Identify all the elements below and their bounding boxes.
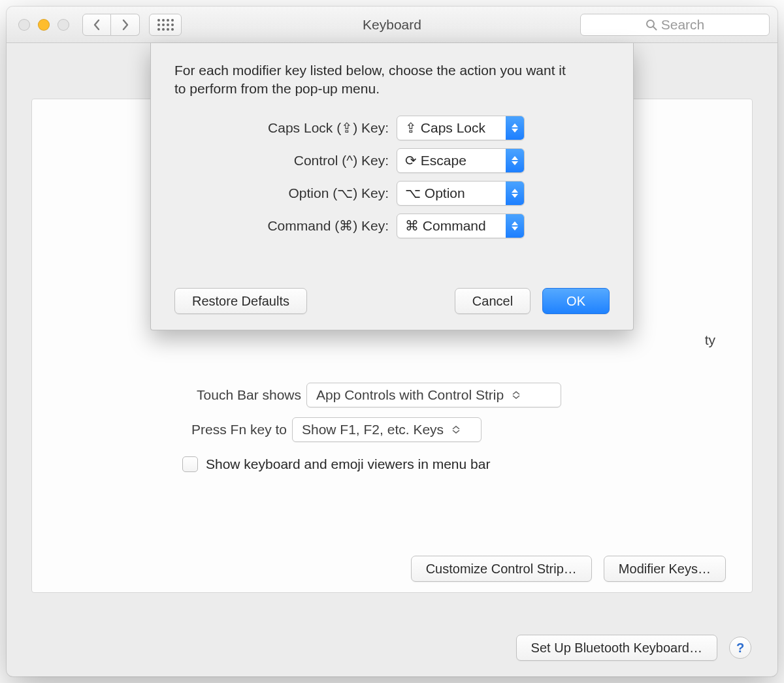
show-viewers-label: Show keyboard and emoji viewers in menu … xyxy=(206,456,490,472)
touch-bar-popup[interactable]: App Controls with Control Strip xyxy=(306,383,561,407)
fn-label: Press Fn key to xyxy=(182,422,292,437)
titlebar: Keyboard Search xyxy=(7,7,777,43)
select-knob-icon xyxy=(506,214,524,238)
restore-defaults-button[interactable]: Restore Defaults xyxy=(174,288,307,314)
forward-button[interactable] xyxy=(111,14,140,36)
show-viewers-row: Show keyboard and emoji viewers in menu … xyxy=(182,456,490,472)
select-knob-icon xyxy=(506,182,524,205)
capslock-label: Caps Lock (⇪) Key: xyxy=(174,120,397,136)
search-field[interactable]: Search xyxy=(580,14,770,36)
search-placeholder: Search xyxy=(661,17,705,33)
command-label: Command (⌘) Key: xyxy=(174,218,397,234)
minimize-window-button[interactable] xyxy=(38,19,50,31)
sheet-footer: Restore Defaults Cancel OK xyxy=(174,288,610,314)
command-value: ⌘ Command xyxy=(397,218,506,234)
help-icon: ? xyxy=(736,641,744,656)
zoom-window-button[interactable] xyxy=(57,19,69,31)
panel-bottom-buttons: Customize Control Strip… Modifier Keys… xyxy=(411,556,726,582)
show-all-button[interactable] xyxy=(149,14,182,36)
capslock-row: Caps Lock (⇪) Key: ⇪ Caps Lock xyxy=(174,116,610,140)
fn-popup[interactable]: Show F1, F2, etc. Keys xyxy=(292,417,482,442)
grid-icon xyxy=(157,19,174,31)
touch-bar-label: Touch Bar shows xyxy=(182,387,306,403)
svg-line-1 xyxy=(653,27,657,30)
cancel-button[interactable]: Cancel xyxy=(455,288,531,314)
updown-caret-icon xyxy=(510,387,522,403)
sheet-description: For each modifier key listed below, choo… xyxy=(174,61,580,99)
window-footer: Set Up Bluetooth Keyboard… ? xyxy=(7,635,777,661)
chevron-right-icon xyxy=(122,19,129,31)
select-knob-icon xyxy=(506,149,524,172)
ok-button[interactable]: OK xyxy=(542,288,610,314)
updown-caret-icon xyxy=(450,422,462,437)
option-label: Option (⌥) Key: xyxy=(174,185,397,201)
fn-value: Show F1, F2, etc. Keys xyxy=(302,422,444,437)
command-select[interactable]: ⌘ Command xyxy=(397,214,525,238)
option-row: Option (⌥) Key: ⌥ Option xyxy=(174,181,610,206)
search-icon xyxy=(645,19,657,31)
nav-group xyxy=(82,14,140,36)
back-button[interactable] xyxy=(82,14,111,36)
setup-bluetooth-keyboard-button[interactable]: Set Up Bluetooth Keyboard… xyxy=(516,635,717,661)
control-row: Control (^) Key: ⟳ Escape xyxy=(174,148,610,173)
modifier-keys-button[interactable]: Modifier Keys… xyxy=(604,556,726,582)
show-viewers-checkbox[interactable] xyxy=(182,456,198,472)
help-button[interactable]: ? xyxy=(729,637,751,659)
background-rows: Touch Bar shows App Controls with Contro… xyxy=(182,377,561,446)
capslock-value: ⇪ Caps Lock xyxy=(397,120,506,136)
control-label: Control (^) Key: xyxy=(174,153,397,168)
modifier-key-table: Caps Lock (⇪) Key: ⇪ Caps Lock Control (… xyxy=(174,116,610,238)
capslock-select[interactable]: ⇪ Caps Lock xyxy=(397,116,525,140)
control-select[interactable]: ⟳ Escape xyxy=(397,148,525,173)
option-value: ⌥ Option xyxy=(397,185,506,201)
preferences-window: Keyboard Search ty Touch Bar shows App C… xyxy=(7,7,777,676)
command-row: Command (⌘) Key: ⌘ Command xyxy=(174,214,610,238)
modifier-keys-sheet: For each modifier key listed below, choo… xyxy=(150,43,634,330)
close-window-button[interactable] xyxy=(18,19,30,31)
obscured-text-fragment: ty xyxy=(705,332,715,348)
touch-bar-value: App Controls with Control Strip xyxy=(316,387,504,403)
option-select[interactable]: ⌥ Option xyxy=(397,181,525,206)
traffic-lights xyxy=(14,19,69,31)
chevron-left-icon xyxy=(93,19,101,31)
customize-control-strip-button[interactable]: Customize Control Strip… xyxy=(411,556,592,582)
control-value: ⟳ Escape xyxy=(397,153,506,168)
select-knob-icon xyxy=(506,116,524,140)
